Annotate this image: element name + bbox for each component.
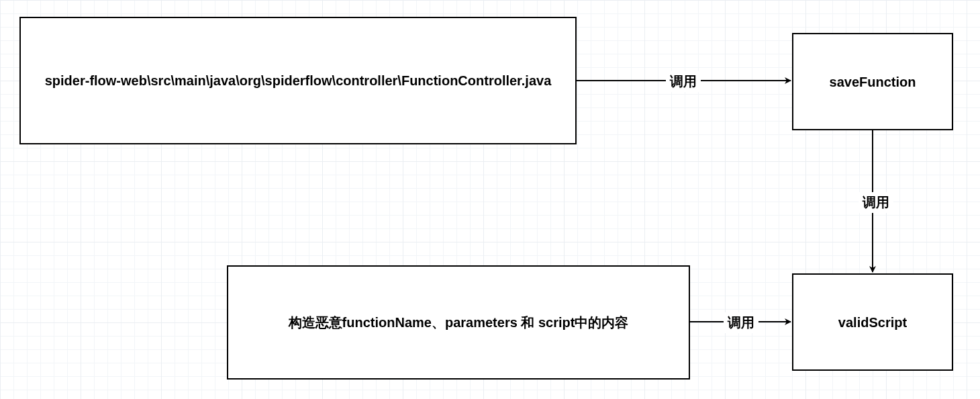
edge-label-text-2: 调用 xyxy=(863,193,889,212)
edge-label-text-1: 调用 xyxy=(670,73,697,91)
node-controller-label: spider-flow-web\src\main\java\org\spider… xyxy=(45,72,552,89)
edge-label-payload-to-valid: 调用 xyxy=(724,312,758,333)
node-valid-script: validScript xyxy=(792,273,953,371)
edge-label-text-3: 调用 xyxy=(728,314,754,332)
node-save-function-label: saveFunction xyxy=(830,73,916,91)
node-valid-script-label: validScript xyxy=(838,314,907,331)
node-payload-label: 构造恶意functionName、parameters 和 script中的内容 xyxy=(289,314,629,331)
node-save-function: saveFunction xyxy=(792,33,953,130)
edge-label-controller-to-save: 调用 xyxy=(666,71,701,92)
node-controller: spider-flow-web\src\main\java\org\spider… xyxy=(19,17,577,144)
node-payload: 构造恶意functionName、parameters 和 script中的内容 xyxy=(227,265,690,380)
edge-label-save-to-valid: 调用 xyxy=(859,192,893,213)
